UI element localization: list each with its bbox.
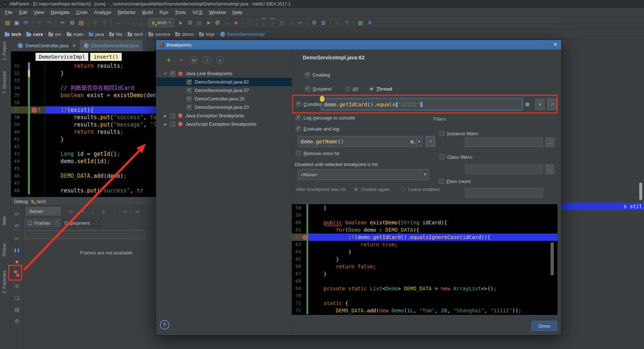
sync-icon[interactable]: ⟳ xyxy=(21,18,30,27)
line-number[interactable]: 41 xyxy=(11,136,28,143)
breakpoint-gutter[interactable] xyxy=(30,84,45,92)
breadcrumb-chip[interactable]: insert() xyxy=(90,53,121,61)
tab-frames[interactable]: ❏Frames→” xyxy=(24,218,61,227)
condition-input[interactable]: demo.getIdCard().equals("22222") xyxy=(321,99,522,110)
breakpoint-gutter[interactable] xyxy=(30,187,45,194)
remove-once-checkbox[interactable] xyxy=(296,151,301,156)
jrebel-run-icon[interactable]: ➤ xyxy=(204,18,213,27)
line-number[interactable]: 33 xyxy=(11,77,28,84)
copy-icon[interactable]: ⧉ xyxy=(67,18,77,27)
menu-item-navigate[interactable]: Navigate xyxy=(47,8,73,16)
tree-item-DemoController.java:25[interactable]: DemoController.java:25 xyxy=(156,95,292,103)
line-number[interactable]: 47 xyxy=(11,180,28,187)
line-number[interactable]: 48 xyxy=(11,187,28,194)
tree-item-DemoServiceImpl.java:62[interactable]: DemoServiceImpl.java:62 xyxy=(156,78,292,86)
menu-item-tools[interactable]: Tools xyxy=(172,8,189,16)
save-icon[interactable]: ▣ xyxy=(12,18,21,27)
menu-item-analyze[interactable]: Analyze xyxy=(91,8,114,16)
class-filters-checkbox[interactable] xyxy=(439,154,445,159)
line-numbers-icon[interactable]: ↓ xyxy=(137,18,146,27)
tool-stripe-structure[interactable]: 7: Structure xyxy=(2,71,7,94)
breadcrumb-item-demo[interactable]: demo xyxy=(174,32,195,37)
disable-again-radio[interactable] xyxy=(354,187,358,192)
breakpoint-gutter[interactable] xyxy=(30,121,45,128)
breakpoint-gutter[interactable] xyxy=(30,70,45,77)
line-number[interactable]: 40 xyxy=(11,128,28,136)
breakpoint-gutter[interactable] xyxy=(30,150,45,158)
group-by-file-icon[interactable]: ▤ xyxy=(190,56,198,64)
settings-icon[interactable]: ⚙ xyxy=(310,18,319,27)
run-configuration-combo[interactable]: ♞tech▼ xyxy=(148,18,174,27)
tool-stripe-web[interactable]: Web xyxy=(2,216,7,225)
tree-group-javascript-exception-breakpoints[interactable]: ▶JavaScript Exception Breakpoints xyxy=(156,120,292,128)
log-message-checkbox[interactable] xyxy=(296,115,301,120)
menu-item-file[interactable]: File xyxy=(1,8,16,16)
class-filters-input[interactable] xyxy=(465,165,543,174)
instance-filters-input[interactable] xyxy=(465,137,543,147)
tree-item-DemoServiceImpl.java:20[interactable]: DemoServiceImpl.java:20 xyxy=(156,103,292,111)
revert-icon[interactable]: ↩ xyxy=(296,18,305,27)
tree-item-DemoServiceImpl.java:37[interactable]: DemoServiceImpl.java:37 xyxy=(156,86,292,95)
debug-icon[interactable]: ❂ xyxy=(185,18,195,27)
help-icon[interactable]: ? xyxy=(342,18,351,27)
line-number[interactable]: 34 xyxy=(11,84,28,92)
menu-item-help[interactable]: Help xyxy=(229,8,246,16)
breadcrumb-item-core[interactable]: core xyxy=(25,32,44,37)
line-number[interactable]: 63 xyxy=(292,241,306,248)
menu-item-vcs[interactable]: VCS xyxy=(189,8,206,16)
preview-scrollbar-thumb[interactable] xyxy=(551,242,554,275)
run-icon[interactable]: ► xyxy=(176,18,185,27)
group-checkbox[interactable] xyxy=(170,113,175,118)
chevron-right-icon[interactable]: ▶ xyxy=(163,122,167,126)
evaluate-fragment-icon[interactable]: ▦ xyxy=(525,102,529,107)
tab-server[interactable]: Server xyxy=(26,207,61,216)
breadcrumb-item-java[interactable]: java xyxy=(88,32,105,37)
line-number[interactable]: 67 xyxy=(292,270,306,278)
breakpoint-gutter[interactable] xyxy=(30,92,45,99)
breakpoint-gutter[interactable] xyxy=(30,143,45,150)
suspend-all-radio[interactable] xyxy=(345,87,350,91)
group-checkbox[interactable] xyxy=(170,71,175,76)
breakpoint-checkbox[interactable] xyxy=(187,96,192,102)
chevron-right-icon[interactable]: ▶ xyxy=(163,114,167,118)
line-number[interactable]: 66 xyxy=(292,263,306,270)
tool-stripe-favorites[interactable]: 2: Favorites xyxy=(2,271,7,294)
line-number[interactable]: 58 xyxy=(292,204,306,212)
line-number[interactable]: 36 xyxy=(11,99,28,106)
suspend-checkbox[interactable] xyxy=(305,86,310,91)
instance-filters-browse-button[interactable]: … xyxy=(545,137,554,147)
breakpoint-checkbox[interactable] xyxy=(187,105,192,110)
close-icon[interactable]: ✕ xyxy=(72,43,76,48)
breakpoint-checkbox[interactable] xyxy=(187,88,192,93)
condition-checkbox[interactable] xyxy=(296,102,301,107)
sort-breakpoints-icon[interactable]: ◎ xyxy=(216,56,224,64)
pass-count-checkbox[interactable] xyxy=(439,179,444,184)
pause-icon[interactable]: ❚❚ xyxy=(12,245,22,255)
breadcrumb-item-tech[interactable]: tech xyxy=(126,32,144,37)
evaluate-input[interactable]: demo.getName() ▦J ▼ xyxy=(298,136,423,147)
idea-plugin-icon[interactable]: J! xyxy=(365,18,374,27)
breakpoint-gutter[interactable] xyxy=(30,128,45,136)
line-number[interactable]: 38 xyxy=(11,114,28,121)
line-number[interactable]: 70 xyxy=(292,292,306,300)
breadcrumb-item-DemoServiceImpl[interactable]: CDemoServiceImpl xyxy=(219,32,266,37)
evaluate-checkbox[interactable] xyxy=(296,126,301,131)
view-breakpoints-icon[interactable] xyxy=(12,269,22,278)
breadcrumb-item-main[interactable]: main xyxy=(66,32,85,37)
mute-breakpoints-icon[interactable]: ⊘ xyxy=(12,281,22,291)
plugin-icon[interactable]: ▦ xyxy=(356,18,365,27)
tree-group-java-line-breakpoints[interactable]: ▼Java Line Breakpoints xyxy=(156,69,292,78)
line-number[interactable]: 65 xyxy=(292,256,306,263)
remove-breakpoint-icon[interactable]: − xyxy=(177,56,185,64)
line-number[interactable]: 62✓ xyxy=(292,234,306,241)
line-number[interactable]: 59 xyxy=(292,212,306,219)
editor-tab-DemoServiceImpl.java[interactable]: CDemoServiceImpl.java xyxy=(80,40,143,51)
chevron-down-icon[interactable]: ▼ xyxy=(420,169,427,180)
breadcrumb-chip[interactable]: DemoServiceImpl xyxy=(36,53,88,61)
breakpoint-gutter[interactable] xyxy=(30,77,45,84)
back-icon[interactable]: ← xyxy=(114,18,123,27)
editor-scrollbar-thumb[interactable] xyxy=(639,183,642,200)
restore-layout-icon[interactable]: ❏ xyxy=(12,293,22,302)
line-number[interactable]: 69 xyxy=(292,285,306,292)
enabled-checkbox[interactable] xyxy=(305,72,310,77)
